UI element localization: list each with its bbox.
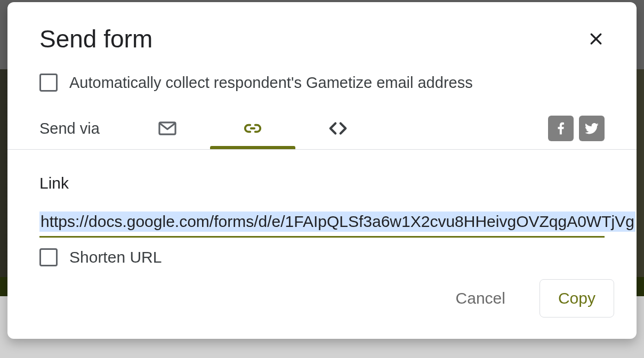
dialog-header: Send form: [7, 2, 637, 59]
tab-underline: [210, 146, 295, 149]
link-url-text: https://docs.google.com/forms/d/e/1FAIpQ…: [39, 211, 635, 232]
twitter-icon: [584, 120, 600, 136]
send-form-dialog: Send form Automatically collect responde…: [7, 2, 637, 339]
close-button[interactable]: [583, 26, 609, 52]
cancel-button[interactable]: Cancel: [438, 280, 524, 317]
send-via-row: Send via: [7, 108, 637, 149]
shorten-url-checkbox[interactable]: [39, 248, 58, 266]
tab-embed[interactable]: [295, 108, 381, 149]
share-facebook-button[interactable]: [548, 116, 574, 141]
embed-icon: [326, 118, 350, 139]
dialog-actions: Cancel Copy: [7, 266, 637, 339]
link-icon: [241, 118, 264, 139]
auto-collect-checkbox[interactable]: [39, 74, 58, 92]
auto-collect-label: Automatically collect respondent's Gamet…: [69, 74, 473, 92]
send-via-tabs: [125, 108, 381, 149]
mail-icon: [156, 118, 179, 139]
link-section-title: Link: [39, 174, 605, 192]
dialog-title: Send form: [39, 25, 152, 53]
shorten-url-label: Shorten URL: [69, 248, 162, 266]
facebook-icon: [553, 120, 569, 136]
shorten-url-row: Shorten URL: [7, 238, 637, 266]
share-twitter-button[interactable]: [579, 116, 605, 141]
auto-collect-row: Automatically collect respondent's Gamet…: [7, 59, 637, 108]
copy-button[interactable]: Copy: [540, 279, 614, 318]
send-via-label: Send via: [39, 120, 125, 137]
tab-link[interactable]: [210, 108, 295, 149]
link-field[interactable]: https://docs.google.com/forms/d/e/1FAIpQ…: [39, 211, 605, 238]
tab-email[interactable]: [125, 108, 210, 149]
close-icon: [588, 31, 604, 47]
link-section: Link https://docs.google.com/forms/d/e/1…: [7, 150, 637, 238]
social-share: [548, 116, 605, 141]
